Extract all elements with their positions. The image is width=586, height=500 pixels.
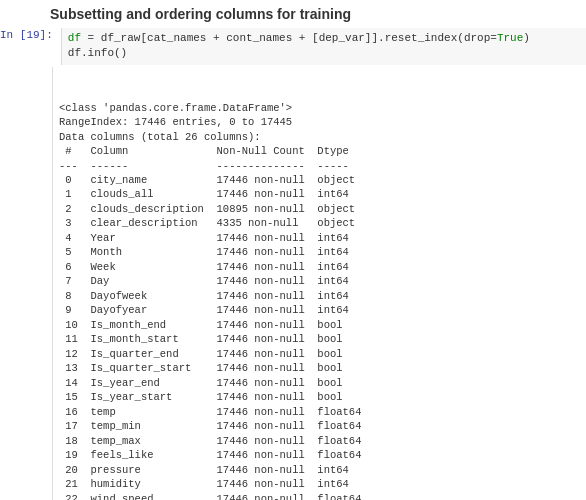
prompt-out-19 [0, 67, 52, 68]
notebook: Subsetting and ordering columns for trai… [0, 0, 586, 500]
prompt-in-19: In [19]: [0, 28, 61, 41]
code-cell-19[interactable]: df = df_raw[cat_names + cont_names + [de… [61, 28, 586, 65]
cell-out-19: <class 'pandas.core.frame.DataFrame'> Ra… [0, 67, 586, 500]
cell-in-19: In [19]: df = df_raw[cat_names + cont_na… [0, 28, 586, 65]
output-cell-19: <class 'pandas.core.frame.DataFrame'> Ra… [52, 67, 586, 500]
cell-title: Subsetting and ordering columns for trai… [0, 0, 586, 26]
info-output: <class 'pandas.core.frame.DataFrame'> Ra… [59, 101, 580, 500]
